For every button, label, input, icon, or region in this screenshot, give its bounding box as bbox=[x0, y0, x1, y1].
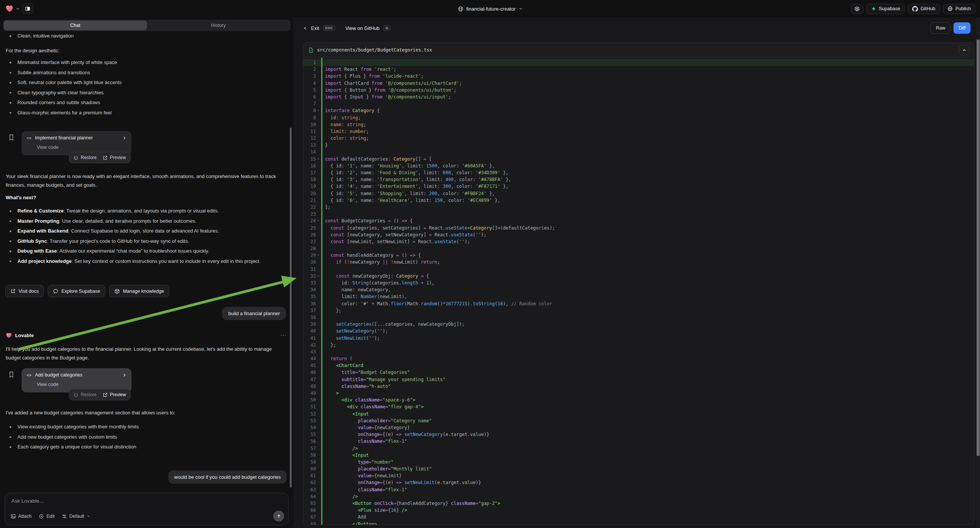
line-number: 30 bbox=[304, 259, 316, 266]
code-text: subtitle="Manage your spending limits" bbox=[321, 376, 445, 383]
github-button[interactable]: GitHub bbox=[908, 4, 940, 14]
code-text: <Input bbox=[321, 452, 369, 459]
line-number: 45 bbox=[304, 362, 316, 369]
code-line: 62 onChange={(e) => setNewLimit(e.target… bbox=[304, 479, 974, 486]
visit-docs-button[interactable]: Visit docs bbox=[5, 285, 44, 297]
chat-bubble-icon bbox=[53, 289, 58, 294]
code-line: 6import { Input } from '@/components/ui/… bbox=[304, 94, 974, 100]
external-link-icon bbox=[103, 393, 108, 397]
view-code-link[interactable]: View code bbox=[37, 382, 58, 387]
fold-spacer bbox=[316, 100, 321, 107]
esc-key-badge: ESC bbox=[323, 25, 335, 31]
code-text: if (!newCategory || !newLimit) return; bbox=[321, 259, 440, 266]
message-menu-button[interactable]: ⋯ bbox=[280, 332, 286, 339]
fold-spacer bbox=[316, 190, 321, 197]
code-text: const [categories, setCategories] = Reac… bbox=[321, 224, 555, 231]
code-text: /> bbox=[321, 445, 358, 452]
chat-input-box[interactable]: Ask Lovable... Attach Edit Default bbox=[5, 493, 289, 525]
bookmark-icon[interactable] bbox=[8, 134, 14, 141]
code-line: 26 const [newCategory, setNewCategory] =… bbox=[304, 231, 974, 238]
arrow-up-icon bbox=[277, 514, 281, 518]
model-selector[interactable]: Default bbox=[62, 514, 90, 519]
chat-panel: Chat History Clean, intuitive navigation… bbox=[0, 17, 294, 528]
line-number: 17 bbox=[304, 169, 316, 176]
code-line: 47 subtitle="Manage your spending limits… bbox=[304, 376, 974, 383]
line-number: 34 bbox=[304, 286, 316, 293]
fold-chevron-icon[interactable]: ▾ bbox=[316, 218, 321, 224]
list-item: Each category gets a unique color for vi… bbox=[6, 442, 284, 452]
line-number: 32 bbox=[304, 273, 316, 280]
code-icon: <> bbox=[27, 135, 32, 140]
fold-chevron-icon[interactable]: ▾ bbox=[316, 273, 321, 280]
preview-button[interactable]: Preview bbox=[103, 392, 126, 397]
code-text: const [newCategory, setNewCategory] = Re… bbox=[321, 231, 487, 238]
code-text: color: '#' + Math.floor(Math.random()*16… bbox=[321, 301, 552, 307]
code-text: }; bbox=[321, 307, 341, 314]
restore-button[interactable]: Restore bbox=[73, 392, 97, 397]
fold-spacer bbox=[316, 417, 321, 424]
fold-spacer bbox=[316, 348, 321, 355]
code-line: 63 className="flex-1" bbox=[304, 486, 974, 493]
code-line: 56 className="flex-1" bbox=[304, 438, 974, 445]
project-title: financial-future-creator bbox=[466, 6, 515, 12]
fold-spacer bbox=[316, 266, 321, 273]
code-text: className="flex-1" bbox=[321, 438, 407, 445]
preview-button[interactable]: Preview bbox=[103, 155, 126, 160]
edit-mode-button[interactable]: Edit bbox=[39, 514, 54, 519]
explore-supabase-button[interactable]: Explore Supabase bbox=[48, 285, 105, 297]
settings-button[interactable] bbox=[851, 4, 863, 14]
bookmark-icon[interactable] bbox=[8, 371, 14, 378]
restore-button[interactable]: Restore bbox=[73, 155, 97, 160]
supabase-button[interactable]: Supabase bbox=[866, 4, 905, 14]
code-line: 24▾const BudgetCategories = () => { bbox=[304, 218, 974, 224]
view-code-link[interactable]: View code bbox=[37, 145, 58, 150]
chevron-left-icon bbox=[303, 26, 307, 30]
file-header[interactable]: src/components/budget/BudgetCategories.t… bbox=[304, 43, 974, 57]
line-number: 21 bbox=[304, 197, 316, 204]
raw-toggle-button[interactable]: Raw bbox=[931, 22, 950, 34]
code-line: 2import React from 'react'; bbox=[304, 66, 974, 73]
code-text: import ChartCard from '@/components/ui/C… bbox=[321, 80, 462, 87]
line-number: 23 bbox=[304, 211, 316, 218]
collapse-file-button[interactable] bbox=[959, 45, 969, 55]
publish-button[interactable]: Publish bbox=[943, 4, 975, 14]
fold-spacer bbox=[316, 514, 321, 520]
fold-spacer bbox=[316, 369, 321, 376]
fold-chevron-icon[interactable]: ▾ bbox=[316, 156, 321, 162]
file-path: src/components/budget/BudgetCategories.t… bbox=[317, 47, 432, 52]
code-line: 58 <Input bbox=[304, 452, 974, 459]
exit-button[interactable]: Exit ESC bbox=[303, 25, 335, 31]
attach-button[interactable]: Attach bbox=[11, 514, 32, 519]
fold-chevron-icon[interactable]: ▾ bbox=[316, 252, 321, 259]
line-number: 1 bbox=[304, 59, 316, 66]
external-link-icon bbox=[103, 155, 108, 160]
window-scrollbar-thumb[interactable] bbox=[977, 40, 980, 456]
line-number: 24 bbox=[304, 218, 316, 224]
toggle-sidebar-button[interactable] bbox=[22, 3, 33, 14]
code-line: 40 setNewCategory(''); bbox=[304, 328, 974, 334]
line-number: 49 bbox=[304, 390, 316, 396]
lovable-heart-icon bbox=[6, 332, 12, 339]
send-button[interactable] bbox=[273, 511, 284, 522]
version-card-title: Implement financial planner bbox=[35, 135, 93, 140]
list-item: Minimalist interface with plenty of whit… bbox=[6, 57, 284, 68]
list-item: Rounded corners and subtle shadows bbox=[6, 98, 284, 108]
chat-scrollbar-thumb[interactable] bbox=[290, 128, 292, 487]
tab-chat[interactable]: Chat bbox=[4, 21, 147, 30]
lovable-logo-icon[interactable] bbox=[5, 5, 14, 13]
manage-knowledge-button[interactable]: Manage knowledge bbox=[109, 285, 169, 297]
diff-toggle-button[interactable]: Diff bbox=[953, 22, 970, 34]
list-item: Clean typography with clear hierarchies bbox=[6, 88, 284, 98]
tab-history[interactable]: History bbox=[147, 21, 290, 30]
fold-chevron-icon[interactable]: ▾ bbox=[316, 107, 321, 114]
line-number: 33 bbox=[304, 280, 316, 286]
view-on-github-button[interactable]: View on GitHub G bbox=[345, 25, 391, 31]
fold-spacer bbox=[316, 472, 321, 479]
project-selector[interactable]: financial-future-creator bbox=[458, 0, 522, 17]
workspace-chevron-icon[interactable] bbox=[16, 7, 20, 11]
code-line: 55 onChange={(e) => setNewCategory(e.tar… bbox=[304, 431, 974, 438]
line-number: 9 bbox=[304, 115, 316, 121]
code-text: const handleAddCategory = () => { bbox=[321, 252, 421, 259]
design-bullet-list: Minimalist interface with plenty of whit… bbox=[6, 57, 284, 118]
help-paragraph: I'll help you add budget categories to t… bbox=[6, 345, 283, 362]
